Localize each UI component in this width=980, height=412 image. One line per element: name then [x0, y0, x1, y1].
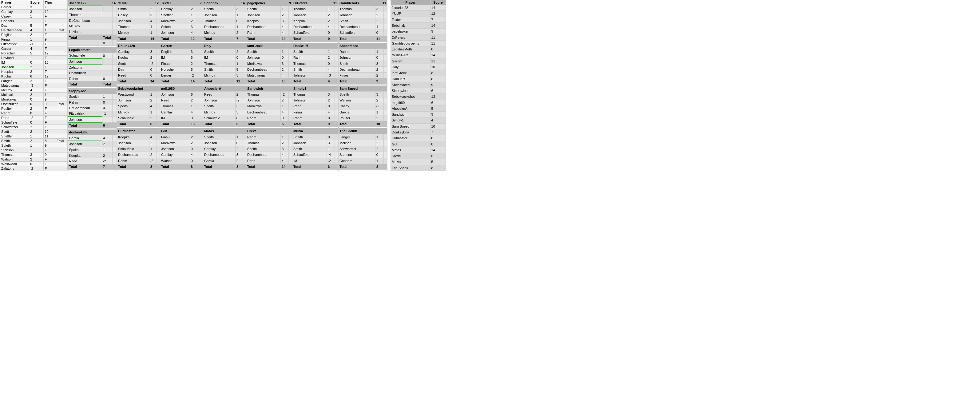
player-extra [56, 56, 67, 60]
section-player: Rahm [339, 49, 375, 55]
section-empty [335, 109, 338, 115]
section-score: 4 [102, 105, 113, 111]
section-player: Berger [160, 73, 190, 78]
total-value: Total [102, 81, 117, 87]
section-player: Johnson [293, 12, 327, 18]
section-score: 3 [190, 24, 199, 30]
section-score: 0 [235, 55, 243, 60]
section-score: 1 [281, 6, 289, 12]
section-header: SloppyJoe [68, 88, 117, 94]
player-name: Spieth [0, 143, 29, 148]
section-score: -2 [327, 158, 335, 164]
section-score: 0 [102, 100, 113, 105]
section-empty [156, 73, 159, 78]
section-player: Cantlay [117, 49, 150, 55]
section-score: 4 [190, 109, 199, 115]
section-score: 0 [281, 115, 289, 121]
section-empty [156, 97, 159, 103]
section-player: Johnson [68, 141, 102, 147]
section-player: Thomas [339, 6, 375, 12]
gamblebots-table: Gamblebots11Thomas3Johnson2Smith2Dechamb… [338, 0, 387, 171]
section-empty [199, 24, 203, 30]
section-score: 2 [375, 12, 384, 18]
player-name: Connors [0, 19, 29, 23]
section-player: Johnson [160, 146, 190, 152]
total-value: 8 [190, 164, 203, 169]
right-player-name: Gut [391, 141, 431, 147]
section-score: 3 [327, 91, 335, 97]
right-player-name: Hutmaster [391, 135, 431, 141]
player-name: Horschel [0, 51, 29, 56]
player-score: 2 [29, 70, 44, 74]
section-empty [384, 67, 387, 72]
section-player: Dechambeau [246, 67, 281, 72]
player-score: 3 [29, 5, 44, 10]
section-header: Sam Sneed [339, 86, 387, 91]
section-score [102, 29, 113, 35]
section-empty [289, 91, 292, 97]
section-player: Molinari [339, 140, 375, 146]
player-score: -2 [29, 166, 44, 171]
player-thru: F [44, 83, 56, 88]
player-score: 0 [29, 60, 44, 65]
section-empty [384, 97, 387, 103]
section-score: -2 [235, 97, 243, 103]
total-value: 4 [327, 78, 338, 84]
section-player: Johnson [117, 18, 150, 24]
player-name: Scott [0, 129, 29, 134]
pagelpoker-table: pagelpoker9Speith1Johnson2Koepka3Dechamb… [246, 0, 292, 171]
section-empty [289, 12, 292, 18]
section-empty [199, 109, 203, 115]
player-thru: F [44, 116, 56, 120]
section-score: 0 [149, 67, 156, 72]
section-score: 1 [235, 12, 243, 18]
section-player: McIlroy [117, 30, 150, 36]
player-score: 5 [29, 23, 44, 28]
section-header: Mulva [293, 128, 338, 134]
section-empty [156, 134, 159, 140]
total-value: 7 [102, 164, 117, 169]
total-label: Total [117, 78, 150, 84]
section-empty [384, 12, 387, 18]
total-value: 7 [235, 36, 246, 41]
section-player: DeChambeau [68, 18, 102, 23]
section-empty [156, 12, 159, 18]
section-empty [243, 55, 246, 60]
player-thru: F [44, 148, 56, 153]
section-empty [289, 134, 292, 140]
total-value: 9 [327, 121, 338, 127]
section-player: Smith [203, 67, 235, 72]
section-empty [199, 18, 203, 24]
player-extra [56, 5, 67, 10]
right-col-score: Score [430, 0, 445, 5]
section-score: 1 [281, 49, 289, 55]
section-score: 4 [281, 109, 289, 115]
player-thru: F [44, 23, 56, 28]
section-player: Garcia [68, 135, 102, 141]
total-value: 6 [327, 164, 338, 169]
total-value: 6 [149, 121, 159, 127]
section-empty [243, 18, 246, 24]
section-score: 2 [327, 18, 335, 24]
section-score: 4 [327, 67, 335, 72]
section-header: Daly [203, 43, 246, 49]
section-player: Rahm [246, 30, 281, 36]
section-player: Cantlay [203, 146, 235, 152]
section-empty [199, 146, 203, 152]
player-name: Molinari [0, 92, 29, 97]
total-label: Total [246, 164, 281, 169]
section-score: 1 [235, 24, 243, 30]
section-player: Speith [293, 49, 327, 55]
col-player: Player [0, 0, 29, 5]
section-player: IM [203, 55, 235, 60]
section-score: 3 [375, 60, 384, 67]
section-player: Day [117, 67, 150, 72]
player-score: -1 [29, 42, 44, 46]
section-header: Garrett [160, 43, 203, 49]
section-score: 3 [235, 109, 243, 115]
section-player: Dechambeau [339, 67, 375, 72]
total-value: 14 [149, 78, 159, 84]
section-player: Speith [68, 147, 102, 153]
total-value: 14 [281, 164, 292, 169]
section-empty [335, 30, 338, 36]
